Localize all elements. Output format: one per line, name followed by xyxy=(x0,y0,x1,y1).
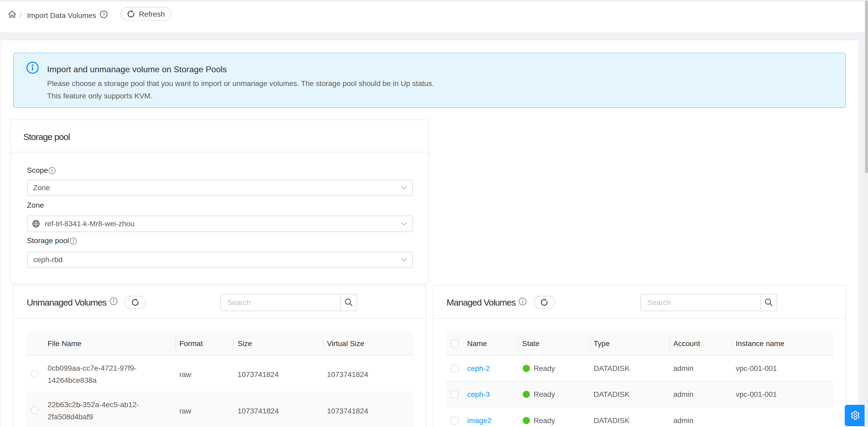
svg-text:?: ? xyxy=(102,12,105,17)
